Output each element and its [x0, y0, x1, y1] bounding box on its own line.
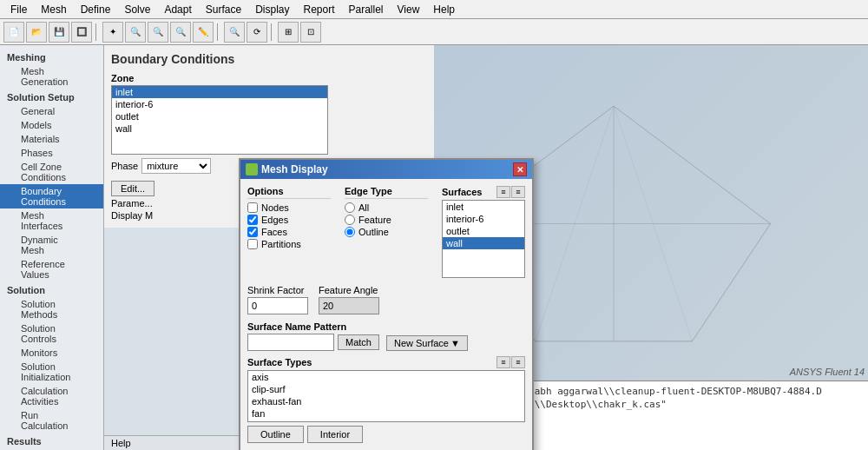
outline-button[interactable]: Outline [247, 426, 304, 443]
shrink-factor-label: Shrink Factor [247, 285, 308, 295]
toolbar-btn-12[interactable]: ⊡ [300, 22, 321, 43]
sidebar-item-phases[interactable]: Phases [0, 146, 103, 160]
all-radio[interactable] [345, 202, 355, 213]
bc-zone-listbox[interactable]: inlet interior-6 outlet wall [111, 85, 328, 155]
feature-angle-input[interactable] [319, 297, 379, 314]
surface-types-section: Surface Types ≡ ≡ axis clip-surf exhaust… [247, 356, 525, 422]
shrink-feature-row: Shrink Factor Feature Angle [247, 285, 525, 314]
bc-zone-item-inlet[interactable]: inlet [112, 86, 327, 98]
surfaces-icon-btn-1[interactable]: ≡ [496, 186, 510, 198]
toolbar-btn-10[interactable]: ⟳ [247, 22, 267, 43]
sidebar-item-dynamic-mesh[interactable]: Dynamic Mesh [0, 233, 103, 257]
surface-item-interior[interactable]: interior-6 [443, 213, 524, 225]
phase-label: Phase [111, 161, 138, 171]
toolbar-btn-4[interactable]: 🔲 [71, 22, 92, 43]
nodes-checkbox[interactable] [247, 202, 258, 213]
sidebar-item-materials[interactable]: Materials [0, 132, 103, 146]
edit-button[interactable]: Edit... [111, 181, 155, 196]
checkbox-faces[interactable]: Faces [247, 227, 331, 237]
surface-item-inlet[interactable]: inlet [443, 201, 524, 213]
checkbox-nodes[interactable]: Nodes [247, 202, 331, 213]
menu-adapt[interactable]: Adapt [157, 2, 198, 17]
menu-parallel[interactable]: Parallel [342, 2, 391, 17]
dialog-title-text: Mesh Display [261, 163, 328, 175]
toolbar-btn-6[interactable]: 🔍 [125, 22, 146, 43]
toolbar-btn-11[interactable]: ⊞ [278, 22, 299, 43]
sidebar-item-cell-zone-conditions[interactable]: Cell Zone Conditions [0, 160, 103, 184]
st-item-axis[interactable]: axis [248, 371, 524, 383]
toolbar-btn-zoom-in[interactable]: 🔍 [148, 22, 168, 43]
menu-report[interactable]: Report [296, 2, 341, 17]
bc-zone-item-interior[interactable]: interior-6 [112, 98, 327, 110]
menu-help[interactable]: Help [426, 2, 462, 17]
menubar: File Mesh Define Solve Adapt Surface Dis… [0, 0, 868, 19]
surface-types-icon-btn-2[interactable]: ≡ [511, 356, 525, 368]
bc-zone-item-wall[interactable]: wall [112, 122, 327, 135]
dialog-close-button[interactable]: ✕ [513, 162, 527, 176]
radio-feature[interactable]: Feature [345, 215, 428, 225]
toolbar-btn-5[interactable]: ✦ [102, 22, 123, 43]
checkbox-partitions[interactable]: Partitions [247, 239, 331, 249]
surfaces-icon-btn-2[interactable]: ≡ [511, 186, 525, 198]
radio-all[interactable]: All [345, 202, 428, 213]
surface-name-pattern-input[interactable] [247, 334, 334, 351]
interior-button[interactable]: Interior [307, 426, 363, 443]
match-button[interactable]: Match [338, 334, 379, 350]
radio-outline[interactable]: Outline [345, 227, 428, 237]
feature-angle-label: Feature Angle [319, 285, 379, 295]
sidebar-item-mesh-interfaces[interactable]: Mesh Interfaces [0, 208, 103, 233]
sidebar-item-solution-initialization[interactable]: Solution Initialization [0, 360, 103, 384]
checkbox-edges[interactable]: Edges [247, 215, 331, 225]
surface-item-wall[interactable]: wall [443, 237, 524, 249]
faces-checkbox[interactable] [247, 227, 258, 237]
toolbar: 📄 📂 💾 🔲 ✦ 🔍 🔍 🔍 ✏️ 🔍 ⟳ ⊞ ⊡ [0, 19, 868, 45]
st-item-clip-surf[interactable]: clip-surf [248, 383, 524, 395]
feature-label: Feature [358, 215, 391, 225]
sidebar-item-solution-methods[interactable]: Solution Methods [0, 297, 103, 321]
sidebar-item-reference-values[interactable]: Reference Values [0, 257, 103, 281]
toolbar-btn-new[interactable]: 📄 [3, 22, 24, 43]
surfaces-col: Surfaces ≡ ≡ inlet interior-6 outlet wal… [442, 186, 525, 278]
toolbar-btn-9[interactable]: 🔍 [224, 22, 245, 43]
menu-display[interactable]: Display [248, 2, 296, 17]
surface-name-pattern-label: Surface Name Pattern [247, 321, 379, 332]
surface-types-list[interactable]: axis clip-surf exhaust-fan fan [247, 370, 525, 422]
edges-checkbox[interactable] [247, 215, 258, 225]
edges-label: Edges [261, 215, 288, 225]
surfaces-title: Surfaces [442, 187, 482, 197]
shrink-factor-input[interactable] [247, 297, 308, 314]
feature-radio[interactable] [345, 215, 355, 225]
surface-types-icon-btn-1[interactable]: ≡ [496, 356, 510, 368]
menu-view[interactable]: View [391, 2, 427, 17]
sidebar-item-calculation-activities[interactable]: Calculation Activities [0, 384, 103, 408]
outline-radio[interactable] [345, 227, 355, 237]
menu-define[interactable]: Define [74, 2, 118, 17]
sidebar-item-solution-controls[interactable]: Solution Controls [0, 321, 103, 346]
menu-mesh[interactable]: Mesh [34, 2, 73, 17]
surface-item-outlet[interactable]: outlet [443, 225, 524, 237]
st-item-fan[interactable]: fan [248, 407, 524, 420]
phase-dropdown[interactable]: mixture [141, 158, 211, 174]
menu-file[interactable]: File [3, 2, 34, 17]
surfaces-list[interactable]: inlet interior-6 outlet wall [442, 200, 525, 278]
sidebar-item-run-calculation[interactable]: Run Calculation [0, 408, 103, 433]
toolbar-btn-8[interactable]: ✏️ [193, 22, 214, 43]
edge-type-col: Edge Type All Feature Outline [345, 186, 428, 278]
new-surface-button[interactable]: New Surface ▼ [386, 335, 468, 351]
bc-zone-item-outlet[interactable]: outlet [112, 110, 327, 122]
bc-zone-label: Zone [111, 73, 427, 83]
toolbar-btn-save[interactable]: 💾 [49, 22, 69, 43]
sidebar-item-monitors[interactable]: Monitors [0, 346, 103, 360]
sidebar-item-mesh-generation[interactable]: Mesh Generation [0, 64, 103, 89]
sidebar-item-general[interactable]: General [0, 104, 103, 118]
dialog-body: Options Nodes Edges Faces [240, 179, 532, 450]
sidebar-item-models[interactable]: Models [0, 118, 103, 132]
toolbar-btn-zoom-out[interactable]: 🔍 [170, 22, 191, 43]
sidebar-item-boundary-conditions[interactable]: Boundary Conditions [0, 184, 103, 208]
st-item-exhaust-fan[interactable]: exhaust-fan [248, 395, 524, 407]
toolbar-btn-open[interactable]: 📂 [26, 22, 47, 43]
menu-surface[interactable]: Surface [199, 2, 248, 17]
menu-solve[interactable]: Solve [117, 2, 157, 17]
svg-line-1 [692, 224, 770, 341]
partitions-checkbox[interactable] [247, 239, 258, 249]
